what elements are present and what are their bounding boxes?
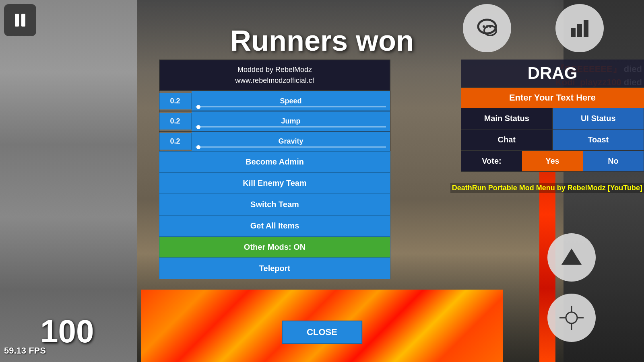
svg-point-2 (483, 25, 485, 28)
get-all-items-button[interactable]: Get All Items (159, 215, 390, 237)
become-admin-button[interactable]: Become Admin (159, 151, 390, 173)
svg-rect-6 (577, 24, 582, 37)
stats-button[interactable] (555, 4, 604, 52)
game-title: Runners won (230, 24, 414, 57)
chat-toast-row: Chat Toast (461, 129, 644, 150)
svg-point-3 (486, 25, 488, 28)
vote-row: Vote: Yes No (461, 150, 644, 172)
stats-icon (568, 16, 592, 40)
gravity-value: 0.2 (159, 133, 192, 150)
crosshair-icon (557, 304, 586, 332)
speed-slider[interactable]: Speed (192, 91, 390, 111)
speed-label: Speed (196, 97, 386, 105)
svg-marker-8 (561, 249, 582, 265)
vote-yes-button[interactable]: Yes (522, 151, 583, 171)
jump-slider[interactable]: Jump (192, 111, 390, 131)
drag-title: DRAG (461, 60, 644, 88)
left-wall (0, 0, 137, 362)
ui-status-button[interactable]: UI Status (553, 108, 644, 129)
menu-header: Modded by RebelModz www.rebelmodzofficia… (159, 60, 390, 91)
svg-rect-7 (584, 20, 588, 37)
svg-point-4 (489, 25, 491, 28)
crosshair-button[interactable] (547, 294, 596, 342)
pause-button[interactable] (4, 4, 36, 36)
teleport-button[interactable]: Teleport (159, 258, 390, 279)
speed-row[interactable]: 0.2 Speed (159, 91, 390, 111)
toast-button[interactable]: Toast (553, 129, 644, 150)
mod-menu: Modded by RebelModz www.rebelmodzofficia… (159, 60, 390, 279)
gravity-row[interactable]: 0.2 Gravity (159, 131, 390, 151)
fps-counter: 59.13 FPS (4, 346, 46, 356)
jump-value: 0.2 (159, 113, 192, 130)
up-arrow-button[interactable] (547, 233, 596, 282)
gravity-slider[interactable]: Gravity (192, 132, 390, 151)
watermark: DeathRun Portable Mod Menu by RebelModz … (450, 183, 644, 193)
other-mods-button[interactable]: Other Mods: ON (159, 237, 390, 258)
vote-label: Vote: (461, 151, 522, 171)
chat-icon (475, 16, 499, 40)
up-arrow-icon (559, 245, 584, 269)
chat-button[interactable] (463, 4, 511, 52)
text-input-field[interactable]: Enter Your Text Here (461, 88, 644, 108)
speed-value: 0.2 (159, 93, 192, 109)
close-button[interactable]: CLOSE (282, 321, 362, 344)
kill-enemy-button[interactable]: Kill Enemy Team (159, 173, 390, 194)
switch-team-button[interactable]: Switch Team (159, 194, 390, 215)
header-line1: Modded by RebelModz (164, 64, 386, 75)
health-display: 100 (40, 313, 94, 350)
main-status-button[interactable]: Main Status (461, 108, 553, 129)
svg-point-9 (566, 312, 577, 323)
drag-panel: DRAG Enter Your Text Here Main Status UI… (461, 60, 644, 172)
svg-rect-5 (571, 28, 576, 37)
status-row: Main Status UI Status (461, 108, 644, 129)
jump-label: Jump (196, 117, 386, 125)
chat-button-drag[interactable]: Chat (461, 129, 553, 150)
jump-row[interactable]: 0.2 Jump (159, 111, 390, 131)
vote-no-button[interactable]: No (583, 151, 644, 171)
gravity-label: Gravity (196, 137, 386, 146)
header-line2: www.rebelmodzofficial.cf (164, 75, 386, 86)
